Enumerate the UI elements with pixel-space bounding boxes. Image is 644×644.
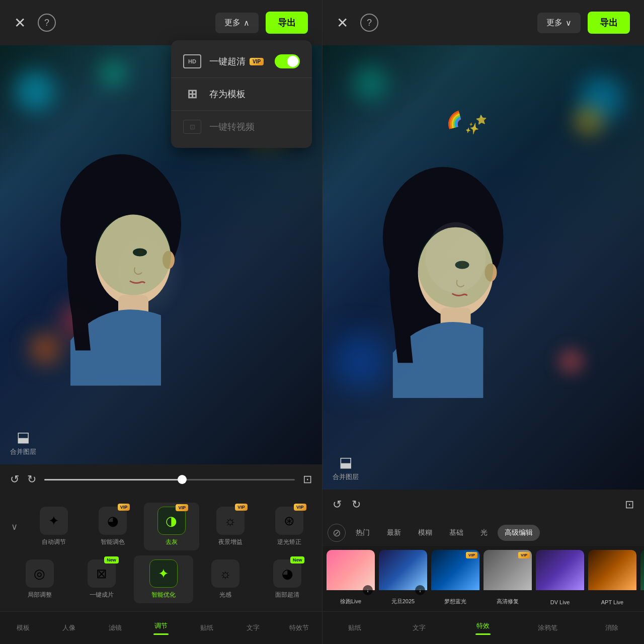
- left-nav-adjust-label: 调节: [154, 621, 168, 630]
- left-timeline-thumb[interactable]: [178, 475, 187, 484]
- left-nav-filter-label: 滤镜: [109, 623, 122, 632]
- filter-thumb-3[interactable]: VIP 高清修复: [484, 550, 532, 607]
- left-more-label: 更多: [224, 18, 240, 28]
- right-crop-button[interactable]: ⊡: [625, 498, 634, 511]
- left-tool-local-adjust[interactable]: ◎ 局部调整: [10, 555, 69, 603]
- filter-tag-light[interactable]: 光: [473, 525, 495, 541]
- left-nav-sticker[interactable]: 贴纸: [184, 623, 230, 632]
- left-nav-sticker-label: 贴纸: [200, 623, 213, 632]
- left-tool-face-super-clear[interactable]: ◕ New 面部超清: [258, 555, 317, 603]
- filter-thumb-0[interactable]: ↓ 徐跑Live: [327, 550, 375, 607]
- right-help-icon: ?: [367, 18, 372, 28]
- left-crop-button[interactable]: ⊡: [303, 473, 312, 486]
- left-undo-button[interactable]: ↺: [10, 473, 19, 486]
- left-bottom-nav: 模板 人像 滤镜 调节 贴纸 文字 特效节: [0, 611, 322, 644]
- filter-thumb-1-download: ↓: [415, 585, 425, 595]
- left-timeline[interactable]: [44, 479, 295, 480]
- right-nav-sticker[interactable]: 贴纸: [323, 623, 387, 632]
- smart-color-icon-wrap: ◕ VIP: [99, 507, 127, 535]
- dropdown-save-template-item[interactable]: ⊞ 存为模板: [171, 78, 312, 111]
- right-image-bg: 🌈 ✨ ⭐: [323, 45, 644, 490]
- right-nav-erase[interactable]: 消除: [580, 623, 644, 632]
- left-panel: ✕ ? 更多 ∧ 导出 HD 一键超清 VIP ⊞: [0, 0, 322, 644]
- right-redo-button[interactable]: ↻: [352, 498, 361, 511]
- left-close-button[interactable]: ✕: [14, 15, 26, 31]
- backlight-icon: ⊛: [284, 513, 295, 529]
- smart-color-icon: ◕: [107, 513, 119, 529]
- left-tool-auto-adjust[interactable]: ✦ 自动调节: [26, 503, 82, 550]
- right-scene: 🌈 ✨ ⭐: [323, 45, 644, 490]
- right-merge-layers-button[interactable]: ⬓ 合并图层: [333, 454, 359, 481]
- dehaze-vip-badge: VIP: [176, 504, 188, 511]
- filter-no-filter-button[interactable]: ⊘: [328, 524, 346, 542]
- left-more-chevron-icon: ∧: [244, 18, 250, 28]
- right-filter-bar: ⊘ 热门 最新 模糊 基础 光 高级编辑: [323, 520, 644, 546]
- left-tool-smart-color[interactable]: ◕ VIP 智能调色: [85, 503, 141, 550]
- right-nav-doodle[interactable]: 涂鸦笔: [515, 623, 580, 632]
- left-merge-layers-button[interactable]: ⬓ 合并图层: [10, 429, 36, 456]
- night-boost-icon-wrap: ☼ VIP: [216, 507, 245, 535]
- filter-thumb-1[interactable]: ↓ 元旦2025: [379, 550, 427, 607]
- filter-tag-basic[interactable]: 基础: [442, 525, 470, 541]
- auto-adjust-label: 自动调节: [42, 538, 66, 546]
- filter-thumb-2-vip-badge: VIP: [466, 552, 477, 558]
- filter-thumb-4-bg: [536, 550, 584, 590]
- left-tool-backlight[interactable]: ⊛ VIP 逆光矫正: [261, 503, 317, 550]
- left-merge-text: 合并图层: [10, 447, 36, 456]
- left-help-button[interactable]: ?: [38, 14, 56, 32]
- right-more-button[interactable]: 更多 ∨: [537, 13, 581, 33]
- filter-thumb-5[interactable]: APT Live: [588, 550, 636, 607]
- dropdown-hd-item[interactable]: HD 一键超清 VIP: [171, 45, 312, 78]
- right-merge-icon: ⬓: [339, 454, 352, 470]
- right-header-right: 更多 ∨ 导出: [537, 12, 630, 34]
- smart-optimize-icon-wrap: ✦: [149, 559, 178, 588]
- left-tool-night-boost[interactable]: ☼ VIP 夜景增益: [202, 503, 258, 550]
- left-help-icon: ?: [44, 18, 49, 28]
- left-nav-template-label: 模板: [17, 623, 30, 632]
- left-nav-text[interactable]: 文字: [230, 623, 276, 632]
- filter-thumb-2[interactable]: VIP 梦想蓝光: [431, 550, 479, 607]
- local-adjust-icon-wrap: ◎: [26, 559, 54, 588]
- filter-tag-hot[interactable]: 热门: [349, 525, 377, 541]
- local-adjust-label: 局部调整: [28, 591, 52, 599]
- filter-thumb-4[interactable]: DV Live: [536, 550, 584, 607]
- filter-thumb-5-label: APT Live: [588, 597, 636, 607]
- left-nav-filter[interactable]: 滤镜: [92, 623, 138, 632]
- right-nav-text[interactable]: 文字: [387, 623, 451, 632]
- left-tool-one-click-film[interactable]: ⊠ New 一键成片: [72, 555, 131, 603]
- night-boost-label: 夜景增益: [218, 538, 243, 546]
- hd-toggle[interactable]: [275, 54, 300, 68]
- left-nav-portrait[interactable]: 人像: [46, 623, 92, 632]
- filter-thumb-3-vip-badge: VIP: [518, 552, 530, 558]
- dehaze-icon: ◑: [166, 513, 177, 529]
- right-help-button[interactable]: ?: [360, 14, 378, 32]
- left-tool-smart-optimize[interactable]: ✦ 智能优化: [134, 555, 193, 603]
- left-tools-row1: ∨ ✦ 自动调节 ◕ VIP 智能调色 ◑ VIP: [5, 503, 317, 550]
- left-header: ✕ ? 更多 ∧ 导出: [0, 0, 322, 45]
- left-more-button[interactable]: 更多 ∧: [215, 13, 259, 33]
- smart-optimize-label: 智能优化: [151, 591, 176, 599]
- left-collapse-button[interactable]: ∨: [5, 518, 23, 536]
- filter-thumb-1-label: 元旦2025: [379, 596, 427, 607]
- left-export-button[interactable]: 导出: [266, 12, 308, 34]
- filter-tag-blur[interactable]: 模糊: [411, 525, 439, 541]
- backlight-icon-wrap: ⊛ VIP: [275, 507, 303, 535]
- filter-thumb-6[interactable]: ↓ 反转局: [640, 550, 644, 607]
- sticker-rainbow-icon: 🌈: [443, 110, 464, 130]
- filter-tag-advanced[interactable]: 高级编辑: [498, 525, 540, 541]
- right-undo-button[interactable]: ↺: [333, 498, 342, 511]
- left-nav-effects[interactable]: 特效节: [276, 623, 322, 632]
- right-export-button[interactable]: 导出: [588, 12, 630, 34]
- right-nav-effects[interactable]: 特效: [451, 621, 516, 635]
- left-dropdown-menu: HD 一键超清 VIP ⊞ 存为模板 ⊡ 一键转视频: [171, 40, 312, 148]
- left-tool-light-feel[interactable]: ☼ 光感: [196, 555, 255, 603]
- right-close-button[interactable]: ✕: [337, 15, 348, 31]
- filter-tag-new[interactable]: 最新: [380, 525, 408, 541]
- smart-color-label: 智能调色: [101, 538, 125, 546]
- no-filter-icon: ⊘: [333, 527, 341, 539]
- left-nav-template[interactable]: 模板: [0, 623, 46, 632]
- left-redo-button[interactable]: ↻: [27, 473, 36, 486]
- right-panel: ✕ ? 更多 ∨ 导出: [322, 0, 644, 644]
- left-tool-dehaze[interactable]: ◑ VIP 去灰: [144, 503, 200, 550]
- left-nav-adjust[interactable]: 调节: [138, 621, 184, 635]
